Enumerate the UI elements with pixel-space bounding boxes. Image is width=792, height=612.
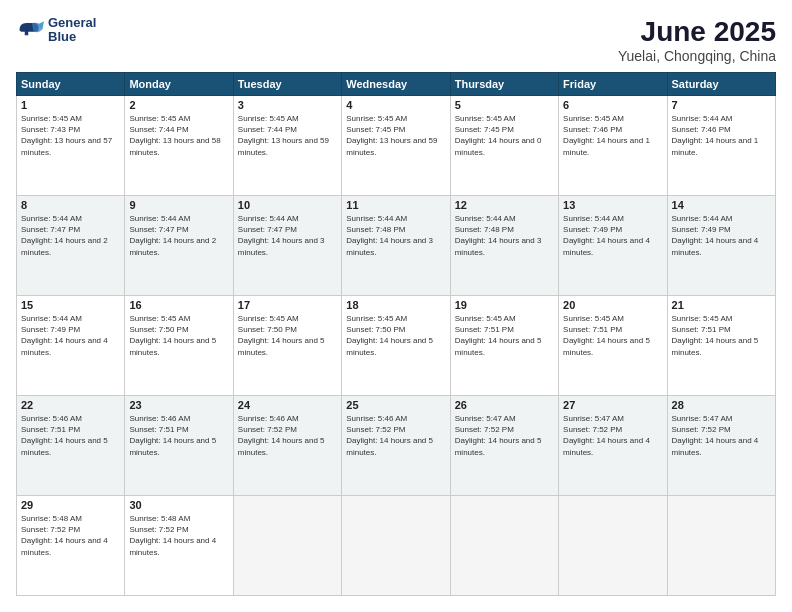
sunset-label: Sunset: 7:46 PM <box>563 125 622 134</box>
calendar-day-cell: 19Sunrise: 5:45 AMSunset: 7:51 PMDayligh… <box>450 296 558 396</box>
day-info: Sunrise: 5:48 AMSunset: 7:52 PMDaylight:… <box>129 513 228 558</box>
daylight-label: Daylight: 14 hours and 5 minutes. <box>129 436 216 456</box>
calendar-week-row: 15Sunrise: 5:44 AMSunset: 7:49 PMDayligh… <box>17 296 776 396</box>
sunrise-label: Sunrise: 5:44 AM <box>238 214 299 223</box>
day-info: Sunrise: 5:45 AMSunset: 7:51 PMDaylight:… <box>563 313 662 358</box>
sunset-label: Sunset: 7:51 PM <box>129 425 188 434</box>
logo-text: General Blue <box>48 16 96 45</box>
day-info: Sunrise: 5:45 AMSunset: 7:46 PMDaylight:… <box>563 113 662 158</box>
day-info: Sunrise: 5:44 AMSunset: 7:47 PMDaylight:… <box>21 213 120 258</box>
daylight-label: Daylight: 14 hours and 5 minutes. <box>563 336 650 356</box>
daylight-label: Daylight: 14 hours and 3 minutes. <box>238 236 325 256</box>
calendar-day-cell: 26Sunrise: 5:47 AMSunset: 7:52 PMDayligh… <box>450 396 558 496</box>
calendar-day-cell: 24Sunrise: 5:46 AMSunset: 7:52 PMDayligh… <box>233 396 341 496</box>
day-number: 1 <box>21 99 120 111</box>
sunset-label: Sunset: 7:43 PM <box>21 125 80 134</box>
calendar-day-cell <box>559 496 667 596</box>
day-header-monday: Monday <box>125 73 233 96</box>
calendar-week-row: 22Sunrise: 5:46 AMSunset: 7:51 PMDayligh… <box>17 396 776 496</box>
sunset-label: Sunset: 7:50 PM <box>129 325 188 334</box>
sunset-label: Sunset: 7:49 PM <box>21 325 80 334</box>
day-number: 13 <box>563 199 662 211</box>
sunset-label: Sunset: 7:52 PM <box>21 525 80 534</box>
daylight-label: Daylight: 14 hours and 5 minutes. <box>129 336 216 356</box>
day-number: 16 <box>129 299 228 311</box>
calendar-day-cell: 7Sunrise: 5:44 AMSunset: 7:46 PMDaylight… <box>667 96 775 196</box>
day-info: Sunrise: 5:47 AMSunset: 7:52 PMDaylight:… <box>672 413 771 458</box>
sunset-label: Sunset: 7:47 PM <box>238 225 297 234</box>
sunrise-label: Sunrise: 5:45 AM <box>455 314 516 323</box>
day-number: 14 <box>672 199 771 211</box>
daylight-label: Daylight: 14 hours and 4 minutes. <box>21 536 108 556</box>
sunset-label: Sunset: 7:51 PM <box>563 325 622 334</box>
calendar-day-cell: 22Sunrise: 5:46 AMSunset: 7:51 PMDayligh… <box>17 396 125 496</box>
sunrise-label: Sunrise: 5:47 AM <box>455 414 516 423</box>
calendar-day-cell: 9Sunrise: 5:44 AMSunset: 7:47 PMDaylight… <box>125 196 233 296</box>
sunset-label: Sunset: 7:47 PM <box>21 225 80 234</box>
day-info: Sunrise: 5:46 AMSunset: 7:52 PMDaylight:… <box>238 413 337 458</box>
daylight-label: Daylight: 14 hours and 5 minutes. <box>238 336 325 356</box>
sunrise-label: Sunrise: 5:45 AM <box>455 114 516 123</box>
daylight-label: Daylight: 14 hours and 4 minutes. <box>129 536 216 556</box>
day-info: Sunrise: 5:47 AMSunset: 7:52 PMDaylight:… <box>455 413 554 458</box>
sunset-label: Sunset: 7:52 PM <box>129 525 188 534</box>
daylight-label: Daylight: 14 hours and 5 minutes. <box>238 436 325 456</box>
sunrise-label: Sunrise: 5:44 AM <box>129 214 190 223</box>
sunrise-label: Sunrise: 5:44 AM <box>21 214 82 223</box>
day-info: Sunrise: 5:45 AMSunset: 7:50 PMDaylight:… <box>129 313 228 358</box>
sunset-label: Sunset: 7:47 PM <box>129 225 188 234</box>
calendar-day-cell: 3Sunrise: 5:45 AMSunset: 7:44 PMDaylight… <box>233 96 341 196</box>
sunrise-label: Sunrise: 5:44 AM <box>672 214 733 223</box>
sunset-label: Sunset: 7:46 PM <box>672 125 731 134</box>
title-block: June 2025 Yuelai, Chongqing, China <box>618 16 776 64</box>
calendar-day-cell: 21Sunrise: 5:45 AMSunset: 7:51 PMDayligh… <box>667 296 775 396</box>
calendar-day-cell: 11Sunrise: 5:44 AMSunset: 7:48 PMDayligh… <box>342 196 450 296</box>
calendar-week-row: 8Sunrise: 5:44 AMSunset: 7:47 PMDaylight… <box>17 196 776 296</box>
day-info: Sunrise: 5:45 AMSunset: 7:45 PMDaylight:… <box>455 113 554 158</box>
day-info: Sunrise: 5:45 AMSunset: 7:51 PMDaylight:… <box>455 313 554 358</box>
daylight-label: Daylight: 14 hours and 4 minutes. <box>563 436 650 456</box>
day-number: 22 <box>21 399 120 411</box>
daylight-label: Daylight: 14 hours and 4 minutes. <box>672 436 759 456</box>
daylight-label: Daylight: 14 hours and 5 minutes. <box>455 436 542 456</box>
sunset-label: Sunset: 7:49 PM <box>563 225 622 234</box>
day-info: Sunrise: 5:45 AMSunset: 7:50 PMDaylight:… <box>346 313 445 358</box>
sunset-label: Sunset: 7:50 PM <box>238 325 297 334</box>
day-number: 8 <box>21 199 120 211</box>
daylight-label: Daylight: 14 hours and 5 minutes. <box>672 336 759 356</box>
sunrise-label: Sunrise: 5:45 AM <box>129 314 190 323</box>
day-number: 29 <box>21 499 120 511</box>
day-number: 27 <box>563 399 662 411</box>
daylight-label: Daylight: 14 hours and 2 minutes. <box>129 236 216 256</box>
calendar-day-cell: 10Sunrise: 5:44 AMSunset: 7:47 PMDayligh… <box>233 196 341 296</box>
sunset-label: Sunset: 7:52 PM <box>455 425 514 434</box>
calendar-day-cell: 18Sunrise: 5:45 AMSunset: 7:50 PMDayligh… <box>342 296 450 396</box>
sunrise-label: Sunrise: 5:48 AM <box>21 514 82 523</box>
calendar-day-cell <box>233 496 341 596</box>
calendar-week-row: 29Sunrise: 5:48 AMSunset: 7:52 PMDayligh… <box>17 496 776 596</box>
day-header-saturday: Saturday <box>667 73 775 96</box>
logo-line1: General <box>48 16 96 30</box>
sunrise-label: Sunrise: 5:44 AM <box>672 114 733 123</box>
calendar-day-cell: 17Sunrise: 5:45 AMSunset: 7:50 PMDayligh… <box>233 296 341 396</box>
day-number: 17 <box>238 299 337 311</box>
sunrise-label: Sunrise: 5:46 AM <box>238 414 299 423</box>
day-number: 30 <box>129 499 228 511</box>
daylight-label: Daylight: 14 hours and 2 minutes. <box>21 236 108 256</box>
daylight-label: Daylight: 14 hours and 5 minutes. <box>346 336 433 356</box>
sunrise-label: Sunrise: 5:45 AM <box>238 114 299 123</box>
calendar-body: 1Sunrise: 5:45 AMSunset: 7:43 PMDaylight… <box>17 96 776 596</box>
day-info: Sunrise: 5:44 AMSunset: 7:49 PMDaylight:… <box>672 213 771 258</box>
day-header-friday: Friday <box>559 73 667 96</box>
sunset-label: Sunset: 7:49 PM <box>672 225 731 234</box>
calendar-head: SundayMondayTuesdayWednesdayThursdayFrid… <box>17 73 776 96</box>
calendar-day-cell: 23Sunrise: 5:46 AMSunset: 7:51 PMDayligh… <box>125 396 233 496</box>
calendar-day-cell: 5Sunrise: 5:45 AMSunset: 7:45 PMDaylight… <box>450 96 558 196</box>
day-info: Sunrise: 5:48 AMSunset: 7:52 PMDaylight:… <box>21 513 120 558</box>
sunset-label: Sunset: 7:51 PM <box>21 425 80 434</box>
sunrise-label: Sunrise: 5:45 AM <box>672 314 733 323</box>
calendar-day-cell: 15Sunrise: 5:44 AMSunset: 7:49 PMDayligh… <box>17 296 125 396</box>
sunrise-label: Sunrise: 5:45 AM <box>21 114 82 123</box>
page: General Blue June 2025 Yuelai, Chongqing… <box>0 0 792 612</box>
sunrise-label: Sunrise: 5:44 AM <box>21 314 82 323</box>
